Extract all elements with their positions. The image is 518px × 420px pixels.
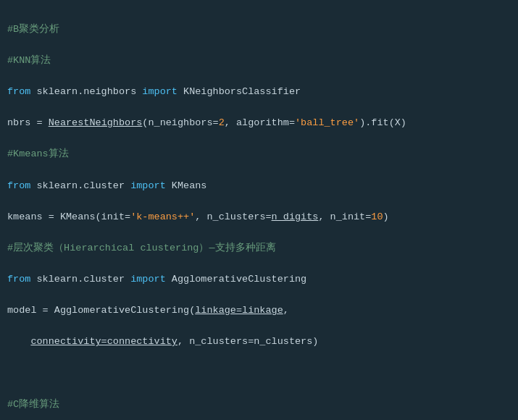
line-nbrs: nbrs = NearestNeighbors(n_neighbors=2, a… bbox=[7, 115, 511, 131]
line-kmeans-init: kmeans = KMeans(init='k-means++', n_clus… bbox=[7, 209, 511, 225]
line-model-agg1: model = AgglomerativeClustering(linkage=… bbox=[7, 303, 511, 319]
line-c-dim-comment: #C降维算法 bbox=[7, 397, 511, 413]
code-editor: #B聚类分析 #KNN算法 from sklearn.neighbors imp… bbox=[7, 6, 511, 420]
line-b-cluster-comment: #B聚类分析 bbox=[7, 22, 511, 38]
line-blank1 bbox=[7, 366, 511, 382]
line-knn-comment: #KNN算法 bbox=[7, 53, 511, 69]
line-model-agg2: connectivity=connectivity, n_clusters=n_… bbox=[7, 334, 511, 350]
line-from-sklearn-cluster-agg: from sklearn.cluster import Agglomerativ… bbox=[7, 272, 511, 287]
line-kmeans-comment: #Kmeans算法 bbox=[7, 146, 511, 162]
line-from-sklearn-cluster-kmeans: from sklearn.cluster import KMeans bbox=[7, 178, 511, 194]
line-hierarchical-comment: #层次聚类（Hierarchical clustering）—支持多种距离 bbox=[7, 240, 511, 256]
line-from-sklearn-neighbors: from sklearn.neighbors import KNeighbors… bbox=[7, 84, 511, 100]
